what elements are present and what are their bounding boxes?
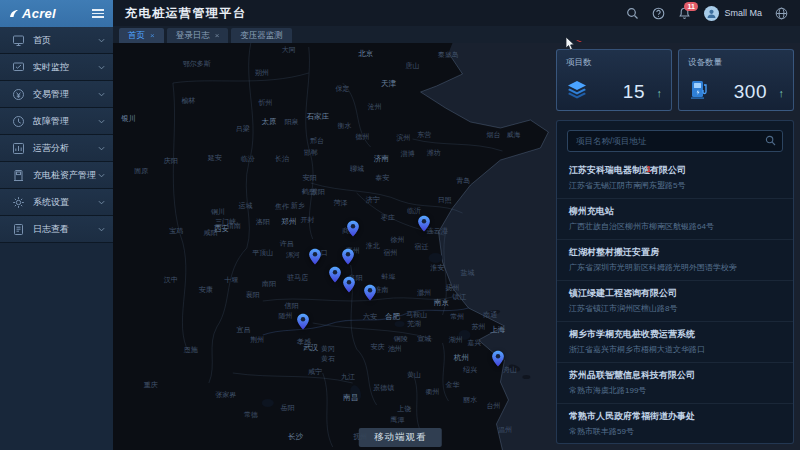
project-list-panel: 江苏安科瑞电器制造有限公司江苏省无锡江阴市南闸东盟路5号柳州充电站广西壮族自治区… <box>556 120 794 444</box>
project-search-input[interactable] <box>567 130 783 152</box>
map-location-pin[interactable] <box>492 350 505 367</box>
chevron-down-icon <box>98 200 105 205</box>
project-name: 红湖村整村搬迁安置房 <box>569 246 781 259</box>
header-actions: 11 Small Ma <box>626 6 788 21</box>
user-name: Small Ma <box>724 8 762 18</box>
map-location-pin[interactable] <box>341 248 354 265</box>
settings-icon <box>12 196 25 209</box>
project-list-item[interactable]: 柳州充电站广西壮族自治区柳州市柳南区航银路64号 <box>557 199 793 240</box>
sidebar: Acrel 首页实时监控交易管理故障管理运营分析充电桩资产管理系统设置日志查看 <box>0 0 113 450</box>
project-name: 江苏安科瑞电器制造有限公司 <box>569 164 781 177</box>
project-name: 常熟市人民政府常福街道办事处 <box>569 410 781 423</box>
tab-label: 登录日志 <box>176 30 210 42</box>
sidebar-item-实时监控[interactable]: 实时监控 <box>0 54 113 81</box>
asset-icon <box>12 169 25 182</box>
map-location-pin[interactable] <box>328 266 341 283</box>
map-location-pin[interactable] <box>343 277 356 294</box>
stats-row: 项目数15↑设备数量300↑ <box>556 49 794 111</box>
tab-bar: 首页×登录日志×变压器监测 <box>113 26 800 43</box>
monitor-icon <box>12 61 25 74</box>
trend-up-icon: ↑ <box>779 87 785 99</box>
analysis-icon <box>12 142 25 155</box>
sidebar-item-label: 实时监控 <box>33 61 69 74</box>
project-name: 苏州品联智慧信息科技有限公司 <box>569 369 781 382</box>
chevron-down-icon <box>98 119 105 124</box>
tab-label: 首页 <box>128 30 145 42</box>
project-list-item[interactable]: 桐乡市学桐充电桩收费运营系统浙江省嘉兴市桐乡市梧桐大道文华路口 <box>557 322 793 363</box>
project-address: 江苏省镇江市润州区檀山路8号 <box>569 303 781 314</box>
stat-label: 项目数 <box>566 57 662 69</box>
sidebar-menu: 首页实时监控交易管理故障管理运营分析充电桩资产管理系统设置日志查看 <box>0 27 113 243</box>
map-location-pin[interactable] <box>417 215 430 232</box>
project-address: 广西壮族自治区柳州市柳南区航银路64号 <box>569 221 781 232</box>
sidebar-item-label: 运营分析 <box>33 142 69 155</box>
project-address: 广东省深圳市光明新区科姆路光明外国语学校旁 <box>569 262 781 273</box>
hamburger-menu-icon[interactable] <box>92 9 104 18</box>
notifications-bell-icon[interactable]: 11 <box>678 7 691 20</box>
sidebar-item-充电桩资产管理[interactable]: 充电桩资产管理 <box>0 162 113 189</box>
sidebar-item-系统设置[interactable]: 系统设置 <box>0 189 113 216</box>
project-name: 桐乡市学桐充电桩收费运营系统 <box>569 328 781 341</box>
project-search <box>567 130 783 152</box>
project-name: 镇江绿建工程咨询有限公司 <box>569 287 781 300</box>
chevron-down-icon <box>98 227 105 232</box>
user-menu[interactable]: Small Ma <box>704 6 762 21</box>
help-icon[interactable] <box>652 7 665 20</box>
search-icon[interactable] <box>626 7 639 20</box>
search-icon[interactable] <box>765 135 776 146</box>
tab-label: 变压器监测 <box>240 30 283 42</box>
project-list-item[interactable]: 苏州品联智慧信息科技有限公司常熟市海虞北路199号 <box>557 363 793 404</box>
sidebar-item-运营分析[interactable]: 运营分析 <box>0 135 113 162</box>
annotation-mark: 1 <box>646 164 651 174</box>
project-address: 浙江省嘉兴市桐乡市梧桐大道文华路口 <box>569 344 781 355</box>
brand-logo-text: Acrel <box>22 6 56 21</box>
project-list: 江苏安科瑞电器制造有限公司江苏省无锡江阴市南闸东盟路5号柳州充电站广西壮族自治区… <box>557 158 793 439</box>
tab-登录日志[interactable]: 登录日志× <box>167 28 229 43</box>
sidebar-item-label: 首页 <box>33 34 51 47</box>
project-list-item[interactable]: 江苏安科瑞电器制造有限公司江苏省无锡江阴市南闸东盟路5号 <box>557 158 793 199</box>
layers-icon <box>566 79 588 101</box>
sidebar-item-首页[interactable]: 首页 <box>0 27 113 54</box>
project-list-item[interactable]: 红湖村整村搬迁安置房广东省深圳市光明新区科姆路光明外国语学校旁 <box>557 240 793 281</box>
sidebar-item-label: 故障管理 <box>33 115 69 128</box>
map-location-pin[interactable] <box>363 284 376 301</box>
map-location-pin[interactable] <box>296 313 309 330</box>
project-list-item[interactable]: 镇江绿建工程咨询有限公司江苏省镇江市润州区檀山路8号 <box>557 281 793 322</box>
close-icon[interactable]: × <box>215 31 220 40</box>
map-location-pin[interactable] <box>308 248 321 265</box>
sidebar-item-日志查看[interactable]: 日志查看 <box>0 216 113 243</box>
chevron-down-icon <box>98 65 105 70</box>
stat-value: 15 <box>623 81 645 103</box>
top-header: 充电桩运营管理平台 11 Small Ma <box>113 0 800 26</box>
map-location-pin[interactable] <box>346 220 359 237</box>
stat-value: 300 <box>734 81 767 103</box>
sidebar-item-交易管理[interactable]: 交易管理 <box>0 81 113 108</box>
chevron-down-icon <box>98 146 105 151</box>
brand-mark-icon <box>9 9 19 19</box>
project-list-item[interactable]: 常熟市人民政府常福街道办事处常熟市联丰路59号 <box>557 404 793 439</box>
close-icon[interactable]: × <box>150 31 155 40</box>
stat-card-设备数量: 设备数量300↑ <box>678 49 794 111</box>
sidebar-item-label: 交易管理 <box>33 88 69 101</box>
project-address: 常熟市联丰路59号 <box>569 426 781 437</box>
mobile-view-button[interactable]: 移动端观看 <box>359 428 442 447</box>
tab-首页[interactable]: 首页× <box>119 28 164 43</box>
sidebar-item-label: 日志查看 <box>33 223 69 236</box>
fault-icon <box>12 115 25 128</box>
language-globe-icon[interactable] <box>775 7 788 20</box>
sidebar-item-故障管理[interactable]: 故障管理 <box>0 108 113 135</box>
tab-变压器监测[interactable]: 变压器监测 <box>231 28 292 43</box>
sidebar-item-label: 系统设置 <box>33 196 69 209</box>
project-name: 柳州充电站 <box>569 205 781 218</box>
chevron-down-icon <box>98 38 105 43</box>
page-title: 充电桩运营管理平台 <box>125 5 247 22</box>
chevron-down-icon <box>98 173 105 178</box>
transaction-icon <box>12 88 25 101</box>
brand-logo[interactable]: Acrel <box>9 6 56 21</box>
logo-bar: Acrel <box>0 0 113 27</box>
right-panel: 项目数15↑设备数量300↑ 江苏安科瑞电器制造有限公司江苏省无锡江阴市南闸东盟… <box>556 49 794 444</box>
chevron-down-icon <box>98 92 105 97</box>
log-icon <box>12 223 25 236</box>
project-address: 江苏省无锡江阴市南闸东盟路5号 <box>569 180 781 191</box>
stat-card-项目数: 项目数15↑ <box>556 49 672 111</box>
